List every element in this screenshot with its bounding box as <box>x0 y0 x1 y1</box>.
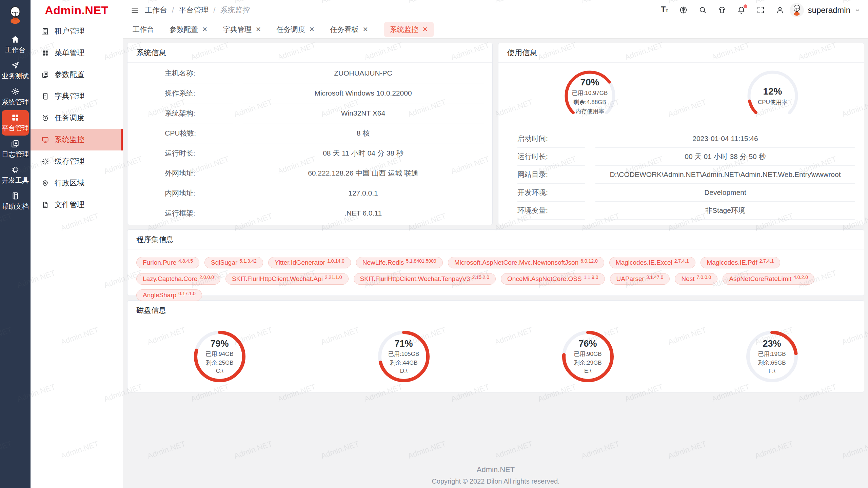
disk-free: 剩余:65GB <box>758 359 786 367</box>
info-value: 非Stage环境 <box>595 202 855 220</box>
assembly-name: Magicodes.IE.Excel <box>616 259 672 266</box>
assembly-tag[interactable]: AspNetCoreRateLimit4.0.2.0 <box>723 273 814 285</box>
assembly-tag[interactable]: SKIT.FlurlHttpClient.Wechat.TenpayV32.15… <box>354 273 496 285</box>
assembly-version: 4.8.4.5 <box>178 258 193 264</box>
info-value: 00 天 01 小时 38 分 50 秒 <box>595 148 855 166</box>
rail-item-system-mgmt[interactable]: 系统管理 <box>2 84 29 109</box>
language-icon[interactable] <box>679 6 688 14</box>
usage-info-title: 使用信息 <box>498 43 864 63</box>
tab-param-config[interactable]: 参数配置✕ <box>170 25 208 34</box>
tab-close-icon[interactable]: ✕ <box>256 25 261 33</box>
assembly-tag[interactable]: Magicodes.IE.Pdf2.7.4.1 <box>701 257 781 268</box>
sidebar-item-task-schedule[interactable]: 任务调度 <box>31 107 123 129</box>
gauge-line: 内存使用率 <box>575 107 604 115</box>
sidebar-item-admin-region[interactable]: 行政区域 <box>31 172 123 194</box>
footer-app-name: Admin.NET <box>127 465 864 474</box>
sidebar-item-tenant-mgmt[interactable]: 租户管理 <box>31 20 123 42</box>
theme-icon[interactable] <box>718 6 726 14</box>
assembly-version: 6.0.12.0 <box>580 258 598 264</box>
assembly-tag[interactable]: Nest7.0.0.0 <box>675 273 717 285</box>
assembly-tag[interactable]: NewLife.Redis5.1.8401.5009 <box>356 257 443 268</box>
assembly-tag[interactable]: UAParser3.1.47.0 <box>610 273 670 285</box>
app-logo[interactable] <box>0 0 31 31</box>
assembly-tag[interactable]: Yitter.IdGenerator1.0.14.0 <box>268 257 351 268</box>
assembly-version: 7.0.0.0 <box>697 274 711 280</box>
font-size-icon[interactable]: Tт <box>661 5 668 15</box>
topbar: 工作台/平台管理/系统监控 Tт superadmin <box>123 0 868 20</box>
donut-text: 71%已用:105GB剩余:44GBD:\ <box>376 329 432 384</box>
footer: Admin.NET Copyright © 2022 Dilon All rig… <box>127 465 864 485</box>
info-value: 127.0.0.1 <box>243 183 484 203</box>
usage-info-row: 运行时长:00 天 01 小时 38 分 50 秒 <box>507 148 855 166</box>
sidebar-item-label: 行政区域 <box>55 178 84 188</box>
disk-used: 已用:19GB <box>758 350 786 358</box>
assembly-tag[interactable]: Microsoft.AspNetCore.Mvc.NewtonsoftJson6… <box>448 257 604 268</box>
rail-item-dev-tools[interactable]: 开发工具 <box>2 162 29 188</box>
tab-task-schedule[interactable]: 任务调度✕ <box>277 25 315 34</box>
tab-workbench[interactable]: 工作台 <box>133 25 154 34</box>
assembly-tag[interactable]: SKIT.FlurlHttpClient.Wechat.Api2.21.1.0 <box>225 273 348 285</box>
sidebar-item-system-monitor[interactable]: 系统监控 <box>31 129 123 150</box>
gauge-percent: 12% <box>763 86 782 97</box>
disk-info-title: 磁盘信息 <box>127 301 864 320</box>
user-icon[interactable] <box>776 6 784 14</box>
assembly-tag[interactable]: Magicodes.IE.Excel2.7.4.1 <box>609 257 695 268</box>
gauge-line: CPU使用率 <box>758 98 787 106</box>
info-label: CPU核数: <box>165 123 233 143</box>
breadcrumb-item[interactable]: 平台管理 <box>179 5 209 15</box>
sidebar-item-file-mgmt[interactable]: 文件管理 <box>31 194 123 216</box>
rail-item-business-test[interactable]: 业务测试 <box>2 58 29 83</box>
sidebar-item-param-config[interactable]: 参数配置 <box>31 64 123 85</box>
disk-percent: 79% <box>210 339 229 349</box>
home-icon <box>11 35 20 44</box>
rail-item-platform-mgmt[interactable]: 平台管理 <box>2 110 29 136</box>
tab-dict-mgmt[interactable]: 字典管理✕ <box>223 25 261 34</box>
assembly-name: Magicodes.IE.Pdf <box>707 259 757 266</box>
sidebar-item-dict-mgmt[interactable]: 字典管理 <box>31 85 123 107</box>
assembly-tag[interactable]: Furion.Pure4.8.4.5 <box>136 257 199 268</box>
tab-label: 工作台 <box>133 25 154 34</box>
search-icon[interactable] <box>698 6 707 14</box>
sidebar-item-cache-mgmt[interactable]: 缓存管理 <box>31 150 123 172</box>
tab-close-icon[interactable]: ✕ <box>422 25 428 33</box>
tab-close-icon[interactable]: ✕ <box>363 25 368 33</box>
tab-task-board[interactable]: 任务看板✕ <box>330 25 368 34</box>
assembly-name: SKIT.FlurlHttpClient.Wechat.Api <box>232 275 323 283</box>
sidebar-item-label: 系统监控 <box>55 135 84 145</box>
tab-close-icon[interactable]: ✕ <box>309 25 315 33</box>
system-info-title: 系统信息 <box>127 43 492 63</box>
rail-item-log-mgmt[interactable]: 日志管理 <box>2 136 29 162</box>
donut-text: 23%已用:19GB剩余:65GBF:\ <box>744 329 800 384</box>
send-icon <box>11 61 20 70</box>
disk-free: 剩余:44GB <box>390 359 417 367</box>
rail-item-help-docs[interactable]: 帮助文档 <box>2 188 29 214</box>
rail-item-workbench[interactable]: 工作台 <box>2 32 29 57</box>
assembly-tag[interactable]: SqlSugar5.1.3.42 <box>204 257 263 268</box>
donut: 79%已用:94GB剩余:25GBC:\ <box>192 329 248 384</box>
topbar-icons: Tт <box>661 5 784 15</box>
usage-info-row: 启动时间:2023-01-04 11:15:46 <box>507 130 855 148</box>
assembly-name: SqlSugar <box>211 259 237 266</box>
assembly-tag[interactable]: OnceMi.AspNetCore.OSS1.1.9.0 <box>501 273 605 285</box>
info-label: 内网地址: <box>165 183 233 203</box>
region-icon <box>41 179 49 187</box>
info-value: ZUOHUAIJUN-PC <box>243 63 484 83</box>
gauge-text: 12%CPU使用率 <box>744 67 802 125</box>
bell-icon[interactable] <box>737 6 746 14</box>
dict-icon <box>41 93 49 100</box>
breadcrumb-item[interactable]: 工作台 <box>145 5 167 15</box>
tab-system-monitor[interactable]: 系统监控✕ <box>384 22 434 37</box>
info-label: 开发环境: <box>517 184 585 202</box>
hamburger-icon[interactable] <box>131 6 139 15</box>
assembly-tag[interactable]: AngleSharp0.17.1.0 <box>136 289 202 301</box>
disk-gauge: 79%已用:94GB剩余:25GBC:\ <box>127 329 312 384</box>
tab-close-icon[interactable]: ✕ <box>202 25 208 33</box>
rail-item-label: 系统管理 <box>2 98 29 107</box>
assembly-version: 0.17.1.0 <box>178 291 196 296</box>
assembly-tag[interactable]: Lazy.Captcha.Core2.0.0.0 <box>136 273 220 285</box>
rail-item-label: 工作台 <box>5 45 25 55</box>
sidebar-item-menu-mgmt[interactable]: 菜单管理 <box>31 42 123 64</box>
fullscreen-icon[interactable] <box>756 6 765 14</box>
user-menu[interactable]: superadmin <box>790 3 861 17</box>
usage-info-card: 使用信息 70%已用:10.97GB剩余:4.88GB内存使用率 12%CPU使… <box>498 43 864 225</box>
